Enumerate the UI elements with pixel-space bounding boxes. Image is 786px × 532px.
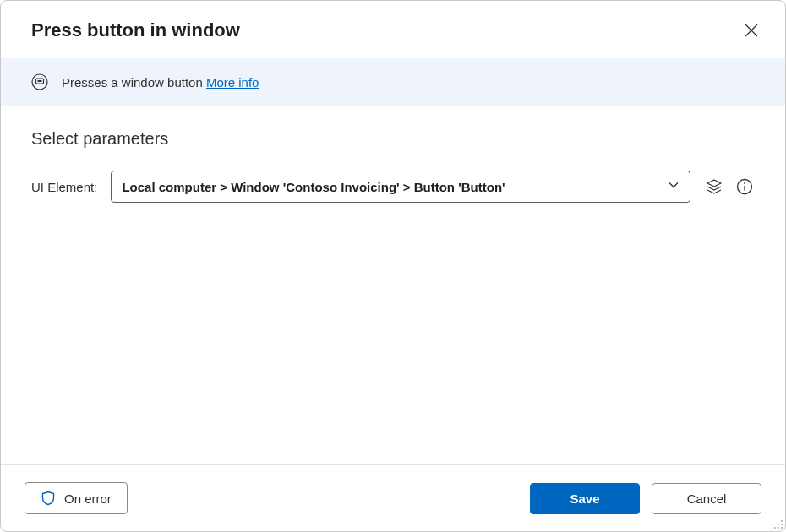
section-title: Select parameters — [31, 129, 755, 149]
ui-element-dropdown[interactable]: Local computer > Window 'Contoso Invoici… — [111, 171, 690, 203]
svg-point-13 — [778, 527, 779, 529]
more-info-link[interactable]: More info — [206, 75, 259, 90]
close-button[interactable] — [741, 20, 761, 41]
ui-element-value: Local computer > Window 'Contoso Invoici… — [122, 180, 505, 194]
svg-point-7 — [744, 182, 745, 184]
footer-actions: Save Cancel — [530, 483, 761, 514]
dialog-content: Select parameters UI Element: Local comp… — [1, 106, 785, 464]
svg-rect-4 — [38, 80, 42, 82]
layers-icon — [706, 178, 723, 195]
chevron-down-icon — [668, 179, 680, 194]
banner-description: Presses a window button — [62, 75, 203, 90]
close-icon — [745, 24, 758, 37]
save-button[interactable]: Save — [530, 483, 640, 514]
info-icon — [736, 178, 753, 195]
ui-element-label: UI Element: — [31, 180, 97, 194]
icon-buttons — [704, 176, 755, 197]
svg-point-9 — [781, 520, 783, 522]
dialog-title: Press button in window — [31, 19, 240, 41]
shield-icon — [41, 491, 56, 506]
dialog-header: Press button in window — [1, 1, 785, 58]
on-error-label: On error — [64, 491, 112, 506]
dialog-footer: On error Save Cancel — [1, 464, 785, 531]
cancel-button[interactable]: Cancel — [652, 483, 761, 514]
svg-point-10 — [778, 524, 779, 525]
info-button[interactable] — [734, 176, 755, 197]
svg-marker-5 — [707, 180, 721, 187]
param-row-ui-element: UI Element: Local computer > Window 'Con… — [31, 171, 755, 203]
on-error-button[interactable]: On error — [25, 482, 128, 514]
svg-point-14 — [781, 527, 783, 529]
action-icon — [31, 73, 48, 90]
ui-element-picker-button[interactable] — [704, 176, 724, 197]
info-banner: Presses a window button More info — [1, 58, 785, 106]
resize-grip-icon[interactable] — [772, 518, 783, 529]
svg-point-11 — [781, 524, 783, 525]
banner-text: Presses a window button More info — [62, 75, 259, 90]
svg-point-12 — [774, 527, 776, 529]
dialog-window: Press button in window Presses a window … — [0, 0, 786, 532]
